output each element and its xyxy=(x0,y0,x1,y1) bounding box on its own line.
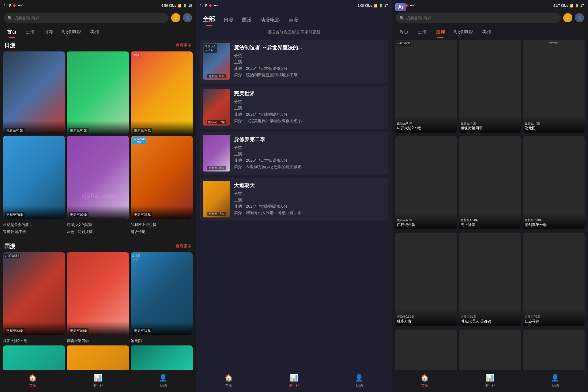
section-header-guoman: 国漫 查看更多 xyxy=(0,239,196,252)
large-card-10[interactable]: 斗破苍穹 xyxy=(459,330,521,370)
lcard-title-3: 西行纪年番 xyxy=(397,222,455,228)
anime-card-4[interactable]: 更新至02集 xyxy=(67,136,129,219)
avatar-btn-3[interactable]: 🖐 xyxy=(563,13,572,22)
rank-cast-1: 主演： xyxy=(234,105,385,111)
rank-cat-2: 分类： xyxy=(234,145,385,150)
tab-american-2[interactable]: 美漫 xyxy=(284,14,303,26)
tab-home-3[interactable]: 首页 xyxy=(394,27,413,38)
bottom-home-2[interactable]: 🏠 首页 xyxy=(196,374,261,388)
section-more-guoman[interactable]: 查看更多 xyxy=(175,243,191,249)
large-card-7[interactable]: 更新至03集 时光代理人 英都篇 xyxy=(459,233,521,326)
rank-cast-2: 主演： xyxy=(234,151,385,157)
tab-riman-1[interactable]: 日漫 xyxy=(21,27,39,38)
rank-other-1: 其他：2021年/大陆/国语/7.5分 xyxy=(234,112,385,117)
large-card-6[interactable]: 更新至128集 独步万古 xyxy=(395,233,457,326)
riman-title-2: 我和班上最讨厌... xyxy=(131,222,193,228)
bottom-rank-1[interactable]: 📊 排行榜 xyxy=(65,374,130,388)
tab-guoman-2[interactable]: 国漫 xyxy=(238,14,256,26)
guoman-card-1[interactable]: 更新至09集 xyxy=(67,252,129,335)
rank-title-0: 魔法制造者 ～异世界魔法的... xyxy=(234,44,385,51)
battery-2: 9.08 KB/s xyxy=(357,4,372,7)
anime-card-3[interactable]: 更新至79集 xyxy=(3,136,65,219)
bottom-home-3[interactable]: 🏠 首页 xyxy=(392,374,457,388)
guoman-card-0[interactable]: 斗罗大陆II 更新至83集 xyxy=(3,252,65,335)
guoman-card-2[interactable]: 沧元图月力 更新至37集 xyxy=(131,252,193,335)
profile-btn-1[interactable]: 👤 xyxy=(183,13,192,22)
large-card-11[interactable]: 仙武帝尊 xyxy=(523,330,585,370)
content-area-1: zjshe.com 日漫 查看更多 更新至01集 更新至01集 大嫌 更新至02… xyxy=(0,38,196,370)
anime-card-1[interactable]: 更新至01集 xyxy=(67,51,129,134)
rank-other-2: 其他：2025年/日本/日语/8.5分 xyxy=(234,158,385,163)
tab-guoman-1[interactable]: 国漫 xyxy=(39,27,58,38)
tab-home-1[interactable]: 首页 xyxy=(2,27,21,38)
rank-cat-1: 分类： xyxy=(234,99,385,104)
profile-icon-3: 👤 xyxy=(551,374,559,382)
search-wrap-3[interactable]: 🔍 xyxy=(396,13,561,23)
home-icon-1: 🏠 xyxy=(28,374,37,382)
tab-american-3[interactable]: 美漫 xyxy=(478,27,496,38)
lcard-ep-0: 更新至83集 xyxy=(397,121,455,126)
bottom-home-1[interactable]: 🏠 首页 xyxy=(0,374,65,388)
tab-movie-1[interactable]: 动漫电影 xyxy=(58,27,86,38)
large-card-2[interactable]: 沧元图 更新至37集 沧元图 xyxy=(523,40,585,133)
bottom-profile-1[interactable]: 👤 我的 xyxy=(130,374,196,388)
section-header-riman: 日漫 查看更多 xyxy=(0,38,196,51)
tab-all-2[interactable]: 全部 xyxy=(198,13,219,26)
large-card-8[interactable]: 更新至40集 仙迹寻踪 xyxy=(523,233,585,326)
tab-riman-3[interactable]: 日漫 xyxy=(413,27,431,38)
wifi-icon-3: 📶 xyxy=(569,4,574,8)
large-card-5[interactable]: 更新至560集 灵剑尊第一季 xyxy=(523,136,585,229)
bottom-profile-2[interactable]: 👤 我的 xyxy=(326,374,392,388)
rank-item-0[interactable]: マジックメイカー 更新至01集 魔法制造者 ～异世界魔法的... 分类： 主演：… xyxy=(200,40,388,83)
large-card-4[interactable]: 更新至454集 无上神帝 xyxy=(459,136,521,229)
rank-list: マジックメイカー 更新至01集 魔法制造者 ～异世界魔法的... 分类： 主演：… xyxy=(196,37,392,370)
rank-info-0: 魔法制造者 ～异世界魔法的... 分类： 主演： 其他：2025年/日本/日语/… xyxy=(234,44,385,79)
search-input-1[interactable] xyxy=(14,16,165,20)
search-input-3[interactable] xyxy=(406,16,557,20)
rank-icon-2: 📊 xyxy=(290,374,298,382)
rank-thumb-3: 更新至16集 xyxy=(203,181,230,217)
bottom-rank-3[interactable]: 📊 排行榜 xyxy=(457,374,522,388)
tab-movie-3[interactable]: 动漫电影 xyxy=(450,27,478,38)
profile-btn-3[interactable]: 👤 xyxy=(575,13,584,22)
section-more-riman[interactable]: 查看更多 xyxy=(175,43,191,48)
anime-card-5[interactable]: FARMAGIA魔农 更新至01集 xyxy=(131,136,193,219)
rank-item-2[interactable]: 更新至01集 异修罗第二季 分类： 主演： 其他：2025年/日本/日语/8.5… xyxy=(200,132,388,175)
guoman-large-grid-1: 斗罗大陆II 更新至83集 斗罗大陆2：绝... 更新至09集 镇魂街第四季 沧… xyxy=(392,38,588,134)
rank-cast-3: 主演： xyxy=(234,197,385,203)
large-card-3[interactable]: 更新至63集 西行纪年番 xyxy=(395,136,457,229)
tab-guoman-3[interactable]: 国漫 xyxy=(431,27,450,38)
large-card-9[interactable]: 丹道至尊 xyxy=(395,330,457,370)
guoman-card-5[interactable] xyxy=(131,345,193,370)
guoman-card-4[interactable] xyxy=(67,345,129,370)
guoman-card-3[interactable] xyxy=(3,345,65,370)
tab-american-1[interactable]: 美漫 xyxy=(86,27,104,38)
large-card-0[interactable]: 斗罗大陆II 更新至83集 斗罗大陆2：绝... xyxy=(395,40,457,133)
rank-label-3: 排行榜 xyxy=(484,383,496,388)
anime-card-2[interactable]: 大嫌 更新至02集 xyxy=(131,51,193,134)
tab-movie-2[interactable]: 动漫电影 xyxy=(256,14,284,26)
battery-num-2: 17 xyxy=(384,4,388,7)
rank-item-1[interactable]: 更新至197集 完美世界 分类： 主演： 其他：2021年/大陆/国语/7.5分… xyxy=(200,86,388,129)
card-overlay-2: 更新至02集 xyxy=(131,121,193,134)
gcard-ep-1: 更新至09集 xyxy=(69,328,88,334)
guoman-title-1: 镇魂街第四季 xyxy=(67,338,129,344)
bottom-nav-1: 🏠 首页 📊 排行榜 👤 我的 xyxy=(0,370,196,392)
status-dot-2 xyxy=(209,4,212,7)
anime-card-0[interactable]: 更新至01集 xyxy=(3,51,65,134)
rank-item-3[interactable]: 更新至16集 大道朝天 分类： 主演： 其他：2024年/大陆/国语/0.0分 … xyxy=(200,178,388,221)
tab-riman-2[interactable]: 日漫 xyxy=(219,14,238,26)
guoman-grid-2 xyxy=(0,345,196,370)
card-ep-4: 更新至02集 xyxy=(69,212,88,217)
status-dots-3: ••• xyxy=(409,3,414,8)
bottom-profile-3[interactable]: 👤 我的 xyxy=(522,374,588,388)
battery-icon-3: 🔋 xyxy=(575,4,579,8)
search-wrap-1[interactable]: 🔍 xyxy=(4,13,169,23)
avatar-btn-1[interactable]: 🖐 xyxy=(171,13,180,22)
lcard-ep-3: 更新至63集 xyxy=(397,218,455,222)
wifi-icon-2: 📶 xyxy=(373,4,378,8)
large-card-1[interactable]: 更新至09集 镇魂街第四季 xyxy=(459,40,521,133)
rank-label-1: 排行榜 xyxy=(92,383,104,388)
bottom-rank-2[interactable]: 📊 排行榜 xyxy=(261,374,326,388)
riman-title-4: 灰色：幻影扳机... xyxy=(67,229,129,235)
